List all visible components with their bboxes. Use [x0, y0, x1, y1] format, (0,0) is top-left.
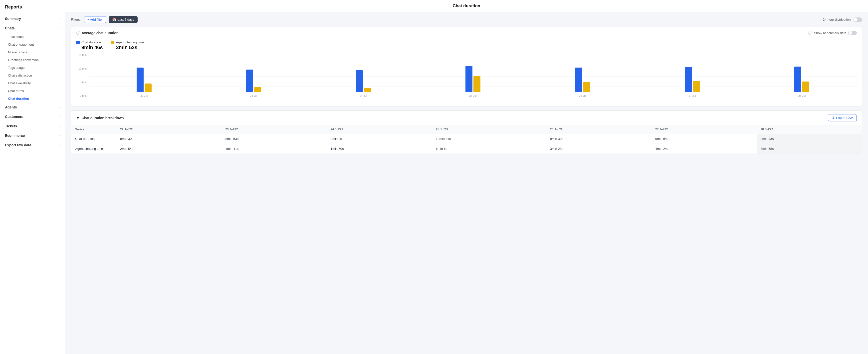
sidebar-item-ecommerce[interactable]: Ecommerce› [0, 131, 65, 140]
sidebar-item-chat-forms[interactable]: Chat forms [0, 87, 65, 95]
benchmark-toggle[interactable] [848, 31, 857, 35]
table-cell-value: 4min 24s [651, 144, 756, 154]
table-cell-value: 9min 54s [651, 134, 756, 144]
sidebar-item-label: Chat forms [8, 89, 24, 93]
sidebar-item-customers[interactable]: Customers› [0, 112, 65, 121]
table-header-col: Series [71, 125, 116, 134]
table-row: Agent chatting time2min 54s1min 41s1min … [71, 144, 862, 154]
table-cell-series: Agent chatting time [71, 144, 116, 154]
chart-legend: Chat duration 9min 46s Agent chatting ti… [71, 37, 862, 51]
bar-group: 22 Jul [136, 68, 152, 97]
chart-header-right: i Show benchmark data [808, 31, 857, 35]
sidebar-section-label: Chats [5, 26, 15, 30]
table-cell-value: 6min 6s [432, 144, 546, 154]
table-cell-value: 9min 30s [116, 134, 221, 144]
chevron-right-icon: › [59, 17, 60, 21]
chevron-right-icon: › [59, 143, 60, 147]
y-label: 15 min [76, 54, 89, 56]
bar-chat-duration [136, 68, 144, 92]
legend-dot-chat-duration [76, 41, 80, 44]
table-header-col: 26 Jul'22 [546, 125, 651, 134]
sidebar-item-label: Chat availability [8, 81, 31, 85]
bar-agent-time [583, 82, 590, 92]
y-label: 0 min [76, 94, 89, 97]
chevron-down-icon: ⌄ [57, 27, 60, 30]
chart-area: 15 min10 min5 min0 min 22 Jul 2 [71, 51, 862, 106]
sidebar-item-summary[interactable]: Summary› [0, 14, 65, 24]
table-cell-value: 10min 41s [432, 134, 546, 144]
sidebar-item-label: Summary [5, 17, 21, 21]
breakdown-title-btn[interactable]: ▼ Chat duration breakdown [76, 116, 124, 120]
table-cell-series: Chat duration [71, 134, 116, 144]
date-range-button[interactable]: 📅 Last 7 days [108, 16, 138, 23]
average-chart-card: i Average chat duration i Show benchmark… [71, 27, 862, 106]
breakdown-header: ▼ Chat duration breakdown ⬇ Export CSV [71, 111, 862, 125]
calendar-icon: 📅 [112, 18, 116, 22]
sidebar-section-chats[interactable]: Chats⌄ [0, 24, 65, 33]
table-cell-value: 9min 2s [327, 134, 432, 144]
table-header-col: 23 Jul'22 [221, 125, 327, 134]
sidebar-item-label: Tags usage [8, 66, 25, 70]
download-icon: ⬇ [832, 116, 835, 120]
sidebar-item-label: Export raw data [5, 143, 31, 147]
sidebar-item-label: Ecommerce [5, 134, 25, 138]
distribution-label: 24-hour distribution: [823, 18, 851, 22]
export-csv-button[interactable]: ⬇ Export CSV [828, 114, 857, 121]
table-header-col: 28 Jul'22 [756, 125, 862, 134]
sidebar-item-label: Missed chats [8, 50, 27, 54]
table-cell-value: 2min 54s [116, 144, 221, 154]
breakdown-table: Series22 Jul'2223 Jul'2224 Jul'2225 Jul'… [71, 125, 862, 153]
bar-date-label: 22 Jul [140, 94, 148, 97]
sidebar-item-tags-usage[interactable]: Tags usage [0, 64, 65, 72]
sidebar-item-chat-duration[interactable]: Chat duration [0, 95, 65, 102]
main-panel: Chat duration Filters: + Add filter 📅 La… [65, 0, 868, 354]
bar-date-label: 28 Jul [798, 94, 806, 97]
filters-right: 24-hour distribution: [823, 17, 862, 22]
sidebar-item-greetings-conversion[interactable]: Greetings conversion [0, 56, 65, 64]
benchmark-info-icon[interactable]: i [808, 31, 812, 35]
legend-value: 3min 52s [116, 45, 144, 50]
sidebar-item-chat-engagement[interactable]: Chat engagement [0, 41, 65, 48]
legend-label-text: Agent chatting time [116, 40, 144, 44]
bar-group: 25 Jul [465, 66, 480, 97]
sidebar-item-export-raw-data[interactable]: Export raw data› [0, 140, 65, 150]
table-header-col: 24 Jul'22 [327, 125, 432, 134]
y-label: 5 min [76, 80, 89, 83]
breakdown-card: ▼ Chat duration breakdown ⬇ Export CSV S… [71, 110, 862, 154]
bar-group: 27 Jul [685, 67, 700, 97]
bar-agent-time [473, 76, 480, 92]
bar-group: 26 Jul [575, 68, 590, 97]
legend-dot-agent-chatting [111, 41, 114, 44]
bar-chat-duration [794, 67, 801, 92]
distribution-toggle[interactable] [854, 17, 862, 22]
table-header-col: 25 Jul'22 [432, 125, 546, 134]
legend-label-text: Chat duration [82, 40, 101, 44]
sidebar: Reports Summary›Chats⌄Total chatsChat en… [0, 0, 65, 354]
sidebar-item-chat-satisfaction[interactable]: Chat satisfaction [0, 72, 65, 79]
sidebar-item-total-chats[interactable]: Total chats [0, 33, 65, 41]
chart-info-icon[interactable]: i [76, 31, 80, 35]
sidebar-item-chat-availability[interactable]: Chat availability [0, 79, 65, 87]
sidebar-item-tickets[interactable]: Tickets› [0, 121, 65, 131]
chart-inner: 15 min10 min5 min0 min 22 Jul 2 [76, 54, 857, 103]
bar-date-label: 26 Jul [579, 94, 586, 97]
table-cell-value: 3min 28s [546, 144, 651, 154]
bar-date-label: 25 Jul [469, 94, 476, 97]
table-cell-value: 9min 30s [546, 134, 651, 144]
chevron-right-icon: › [59, 125, 60, 128]
table-cell-value: 1min 41s [221, 144, 327, 154]
chevron-right-icon: › [59, 115, 60, 118]
chart-bars-area: 22 Jul 23 Jul 24 Jul 25 Jul 26 Jul 27 Ju… [89, 66, 857, 103]
bar-agent-time [693, 81, 700, 92]
sidebar-item-missed-chats[interactable]: Missed chats [0, 48, 65, 56]
chevron-down-icon: ▼ [76, 116, 80, 120]
legend-item-agent-chatting: Agent chatting time 3min 52s [111, 40, 144, 50]
add-filter-button[interactable]: + Add filter [84, 16, 106, 23]
table-cell-value: 1min 50s [327, 144, 432, 154]
table-header-col: 22 Jul'22 [116, 125, 221, 134]
filters-left: Filters: + Add filter 📅 Last 7 days [71, 16, 137, 23]
page-title: Chat duration [65, 0, 868, 12]
bar-agent-time [145, 83, 152, 92]
y-axis: 15 min10 min5 min0 min [76, 54, 89, 97]
sidebar-item-agents[interactable]: Agents› [0, 102, 65, 112]
